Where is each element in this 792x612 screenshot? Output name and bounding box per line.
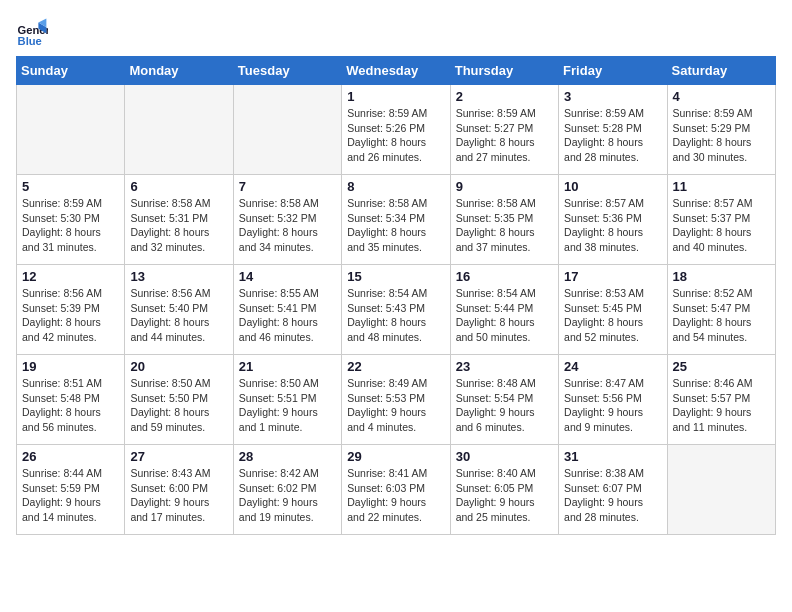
day-info: Sunrise: 8:59 AM Sunset: 5:28 PM Dayligh…	[564, 106, 661, 165]
day-info: Sunrise: 8:40 AM Sunset: 6:05 PM Dayligh…	[456, 466, 553, 525]
calendar-body: 1Sunrise: 8:59 AM Sunset: 5:26 PM Daylig…	[17, 85, 776, 535]
day-number: 19	[22, 359, 119, 374]
day-number: 30	[456, 449, 553, 464]
weekday-header-thursday: Thursday	[450, 57, 558, 85]
day-info: Sunrise: 8:57 AM Sunset: 5:36 PM Dayligh…	[564, 196, 661, 255]
day-number: 5	[22, 179, 119, 194]
day-number: 16	[456, 269, 553, 284]
calendar-cell: 7Sunrise: 8:58 AM Sunset: 5:32 PM Daylig…	[233, 175, 341, 265]
day-number: 7	[239, 179, 336, 194]
calendar-cell: 12Sunrise: 8:56 AM Sunset: 5:39 PM Dayli…	[17, 265, 125, 355]
calendar-cell: 17Sunrise: 8:53 AM Sunset: 5:45 PM Dayli…	[559, 265, 667, 355]
calendar-cell: 30Sunrise: 8:40 AM Sunset: 6:05 PM Dayli…	[450, 445, 558, 535]
calendar-cell: 9Sunrise: 8:58 AM Sunset: 5:35 PM Daylig…	[450, 175, 558, 265]
calendar-cell: 10Sunrise: 8:57 AM Sunset: 5:36 PM Dayli…	[559, 175, 667, 265]
calendar-cell: 11Sunrise: 8:57 AM Sunset: 5:37 PM Dayli…	[667, 175, 775, 265]
calendar-cell: 31Sunrise: 8:38 AM Sunset: 6:07 PM Dayli…	[559, 445, 667, 535]
day-info: Sunrise: 8:59 AM Sunset: 5:27 PM Dayligh…	[456, 106, 553, 165]
calendar-cell: 25Sunrise: 8:46 AM Sunset: 5:57 PM Dayli…	[667, 355, 775, 445]
day-number: 4	[673, 89, 770, 104]
calendar-cell	[17, 85, 125, 175]
day-number: 24	[564, 359, 661, 374]
day-number: 27	[130, 449, 227, 464]
calendar-cell: 14Sunrise: 8:55 AM Sunset: 5:41 PM Dayli…	[233, 265, 341, 355]
calendar-cell: 15Sunrise: 8:54 AM Sunset: 5:43 PM Dayli…	[342, 265, 450, 355]
calendar-header-row: SundayMondayTuesdayWednesdayThursdayFrid…	[17, 57, 776, 85]
day-number: 22	[347, 359, 444, 374]
calendar-week-row: 1Sunrise: 8:59 AM Sunset: 5:26 PM Daylig…	[17, 85, 776, 175]
day-info: Sunrise: 8:58 AM Sunset: 5:31 PM Dayligh…	[130, 196, 227, 255]
logo: General Blue	[16, 16, 48, 48]
calendar-cell: 27Sunrise: 8:43 AM Sunset: 6:00 PM Dayli…	[125, 445, 233, 535]
day-number: 6	[130, 179, 227, 194]
calendar-cell: 20Sunrise: 8:50 AM Sunset: 5:50 PM Dayli…	[125, 355, 233, 445]
day-number: 8	[347, 179, 444, 194]
day-info: Sunrise: 8:42 AM Sunset: 6:02 PM Dayligh…	[239, 466, 336, 525]
day-info: Sunrise: 8:50 AM Sunset: 5:51 PM Dayligh…	[239, 376, 336, 435]
day-info: Sunrise: 8:44 AM Sunset: 5:59 PM Dayligh…	[22, 466, 119, 525]
day-info: Sunrise: 8:49 AM Sunset: 5:53 PM Dayligh…	[347, 376, 444, 435]
weekday-header-saturday: Saturday	[667, 57, 775, 85]
weekday-header-wednesday: Wednesday	[342, 57, 450, 85]
day-info: Sunrise: 8:47 AM Sunset: 5:56 PM Dayligh…	[564, 376, 661, 435]
day-number: 29	[347, 449, 444, 464]
calendar-cell: 21Sunrise: 8:50 AM Sunset: 5:51 PM Dayli…	[233, 355, 341, 445]
day-info: Sunrise: 8:56 AM Sunset: 5:40 PM Dayligh…	[130, 286, 227, 345]
day-number: 21	[239, 359, 336, 374]
day-number: 3	[564, 89, 661, 104]
calendar-cell: 28Sunrise: 8:42 AM Sunset: 6:02 PM Dayli…	[233, 445, 341, 535]
day-info: Sunrise: 8:58 AM Sunset: 5:35 PM Dayligh…	[456, 196, 553, 255]
day-info: Sunrise: 8:58 AM Sunset: 5:32 PM Dayligh…	[239, 196, 336, 255]
weekday-header-tuesday: Tuesday	[233, 57, 341, 85]
day-number: 26	[22, 449, 119, 464]
day-number: 1	[347, 89, 444, 104]
calendar-cell: 23Sunrise: 8:48 AM Sunset: 5:54 PM Dayli…	[450, 355, 558, 445]
day-info: Sunrise: 8:54 AM Sunset: 5:44 PM Dayligh…	[456, 286, 553, 345]
day-number: 14	[239, 269, 336, 284]
page-header: General Blue	[16, 16, 776, 48]
day-number: 10	[564, 179, 661, 194]
day-info: Sunrise: 8:59 AM Sunset: 5:30 PM Dayligh…	[22, 196, 119, 255]
day-number: 12	[22, 269, 119, 284]
calendar-cell: 29Sunrise: 8:41 AM Sunset: 6:03 PM Dayli…	[342, 445, 450, 535]
calendar-cell	[125, 85, 233, 175]
calendar-cell: 5Sunrise: 8:59 AM Sunset: 5:30 PM Daylig…	[17, 175, 125, 265]
day-info: Sunrise: 8:52 AM Sunset: 5:47 PM Dayligh…	[673, 286, 770, 345]
day-info: Sunrise: 8:46 AM Sunset: 5:57 PM Dayligh…	[673, 376, 770, 435]
day-number: 13	[130, 269, 227, 284]
calendar-cell: 19Sunrise: 8:51 AM Sunset: 5:48 PM Dayli…	[17, 355, 125, 445]
day-info: Sunrise: 8:59 AM Sunset: 5:26 PM Dayligh…	[347, 106, 444, 165]
logo-icon: General Blue	[16, 16, 48, 48]
day-number: 11	[673, 179, 770, 194]
calendar-cell: 3Sunrise: 8:59 AM Sunset: 5:28 PM Daylig…	[559, 85, 667, 175]
calendar-cell: 16Sunrise: 8:54 AM Sunset: 5:44 PM Dayli…	[450, 265, 558, 355]
day-number: 31	[564, 449, 661, 464]
calendar-week-row: 12Sunrise: 8:56 AM Sunset: 5:39 PM Dayli…	[17, 265, 776, 355]
calendar-week-row: 26Sunrise: 8:44 AM Sunset: 5:59 PM Dayli…	[17, 445, 776, 535]
weekday-header-friday: Friday	[559, 57, 667, 85]
calendar-cell: 1Sunrise: 8:59 AM Sunset: 5:26 PM Daylig…	[342, 85, 450, 175]
day-info: Sunrise: 8:53 AM Sunset: 5:45 PM Dayligh…	[564, 286, 661, 345]
day-number: 18	[673, 269, 770, 284]
day-info: Sunrise: 8:38 AM Sunset: 6:07 PM Dayligh…	[564, 466, 661, 525]
day-info: Sunrise: 8:56 AM Sunset: 5:39 PM Dayligh…	[22, 286, 119, 345]
day-info: Sunrise: 8:51 AM Sunset: 5:48 PM Dayligh…	[22, 376, 119, 435]
calendar-cell: 6Sunrise: 8:58 AM Sunset: 5:31 PM Daylig…	[125, 175, 233, 265]
calendar-week-row: 19Sunrise: 8:51 AM Sunset: 5:48 PM Dayli…	[17, 355, 776, 445]
day-number: 25	[673, 359, 770, 374]
calendar-cell: 26Sunrise: 8:44 AM Sunset: 5:59 PM Dayli…	[17, 445, 125, 535]
day-number: 15	[347, 269, 444, 284]
day-info: Sunrise: 8:41 AM Sunset: 6:03 PM Dayligh…	[347, 466, 444, 525]
calendar-cell: 24Sunrise: 8:47 AM Sunset: 5:56 PM Dayli…	[559, 355, 667, 445]
calendar-cell: 22Sunrise: 8:49 AM Sunset: 5:53 PM Dayli…	[342, 355, 450, 445]
day-number: 23	[456, 359, 553, 374]
calendar-cell: 13Sunrise: 8:56 AM Sunset: 5:40 PM Dayli…	[125, 265, 233, 355]
calendar-cell: 2Sunrise: 8:59 AM Sunset: 5:27 PM Daylig…	[450, 85, 558, 175]
day-info: Sunrise: 8:50 AM Sunset: 5:50 PM Dayligh…	[130, 376, 227, 435]
day-info: Sunrise: 8:59 AM Sunset: 5:29 PM Dayligh…	[673, 106, 770, 165]
day-info: Sunrise: 8:48 AM Sunset: 5:54 PM Dayligh…	[456, 376, 553, 435]
calendar-cell: 18Sunrise: 8:52 AM Sunset: 5:47 PM Dayli…	[667, 265, 775, 355]
day-info: Sunrise: 8:57 AM Sunset: 5:37 PM Dayligh…	[673, 196, 770, 255]
day-number: 17	[564, 269, 661, 284]
weekday-header-sunday: Sunday	[17, 57, 125, 85]
